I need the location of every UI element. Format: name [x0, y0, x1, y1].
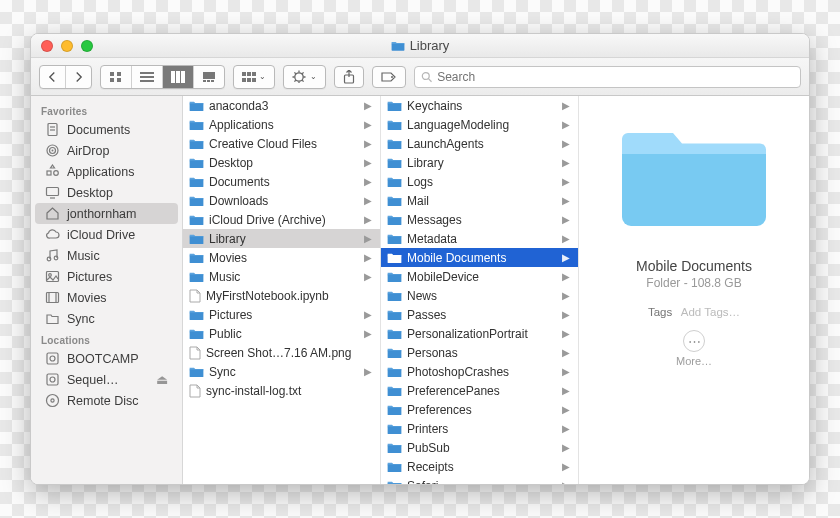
sidebar-item[interactable]: Documents	[35, 119, 178, 140]
sidebar-item[interactable]: Remote Disc	[35, 390, 178, 411]
minimize-button[interactable]	[61, 40, 73, 52]
item-label: Creative Cloud Files	[209, 137, 317, 151]
eject-icon[interactable]: ⏏	[156, 372, 168, 387]
sidebar-item[interactable]: Sync	[35, 308, 178, 329]
list-item[interactable]: sync-install-log.txt	[183, 381, 380, 400]
sidebar-item[interactable]: iCloud Drive	[35, 224, 178, 245]
action-menu[interactable]: ⌄	[283, 65, 325, 89]
sidebar-item[interactable]: Desktop	[35, 182, 178, 203]
list-item[interactable]: Keychains▶	[381, 96, 578, 115]
column-view-button[interactable]	[163, 66, 194, 88]
list-item[interactable]: PubSub▶	[381, 438, 578, 457]
item-label: Mail	[407, 194, 429, 208]
svg-rect-9	[181, 71, 185, 83]
svg-rect-6	[140, 80, 154, 82]
chevron-right-icon: ▶	[562, 195, 572, 206]
list-item[interactable]: Preferences▶	[381, 400, 578, 419]
list-item[interactable]: Public▶	[183, 324, 380, 343]
icon-view-button[interactable]	[101, 66, 132, 88]
search-field[interactable]	[414, 66, 801, 88]
list-item[interactable]: PersonalizationPortrait▶	[381, 324, 578, 343]
item-label: Mobile Documents	[407, 251, 506, 265]
item-label: Music	[209, 270, 240, 284]
list-item[interactable]: Printers▶	[381, 419, 578, 438]
list-item[interactable]: Desktop▶	[183, 153, 380, 172]
chevron-right-icon: ▶	[562, 271, 572, 282]
svg-rect-13	[211, 80, 214, 82]
sidebar-item[interactable]: Music	[35, 245, 178, 266]
chevron-right-icon: ▶	[562, 461, 572, 472]
gallery-view-button[interactable]	[194, 66, 224, 88]
list-item[interactable]: iCloud Drive (Archive)▶	[183, 210, 380, 229]
list-item[interactable]: LanguageModeling▶	[381, 115, 578, 134]
item-label: Logs	[407, 175, 433, 189]
preview-tags[interactable]: Tags Add Tags…	[648, 306, 740, 318]
chevron-right-icon: ▶	[364, 233, 374, 244]
list-item[interactable]: MyFirstNotebook.ipynb	[183, 286, 380, 305]
list-item[interactable]: Sync▶	[183, 362, 380, 381]
arrange-menu[interactable]: ⌄	[233, 65, 275, 89]
list-item[interactable]: News▶	[381, 286, 578, 305]
chevron-right-icon: ▶	[562, 480, 572, 484]
close-button[interactable]	[41, 40, 53, 52]
zoom-button[interactable]	[81, 40, 93, 52]
list-item[interactable]: Downloads▶	[183, 191, 380, 210]
sidebar-item[interactable]: Movies	[35, 287, 178, 308]
list-item[interactable]: Pictures▶	[183, 305, 380, 324]
list-item[interactable]: Library▶	[381, 153, 578, 172]
list-item[interactable]: Music▶	[183, 267, 380, 286]
sidebar-item[interactable]: AirDrop	[35, 140, 178, 161]
chevron-right-icon: ▶	[364, 328, 374, 339]
list-item[interactable]: PreferencePanes▶	[381, 381, 578, 400]
svg-point-30	[391, 76, 393, 78]
sidebar-item[interactable]: Sequel…⏏	[35, 369, 178, 390]
list-item[interactable]: Personas▶	[381, 343, 578, 362]
sidebar-item[interactable]: Applications	[35, 161, 178, 182]
sidebar-item[interactable]: BOOTCAMP	[35, 348, 178, 369]
item-label: Printers	[407, 422, 448, 436]
more-label: More…	[676, 355, 712, 367]
item-label: Documents	[209, 175, 270, 189]
list-item[interactable]: Applications▶	[183, 115, 380, 134]
list-item[interactable]: Passes▶	[381, 305, 578, 324]
list-item[interactable]: Messages▶	[381, 210, 578, 229]
forward-button[interactable]	[66, 66, 91, 88]
list-item[interactable]: MobileDevice▶	[381, 267, 578, 286]
column-2[interactable]: Keychains▶LanguageModeling▶LaunchAgents▶…	[381, 96, 579, 484]
svg-rect-50	[47, 353, 58, 364]
svg-rect-18	[247, 78, 251, 82]
svg-point-46	[49, 274, 52, 277]
chevron-right-icon: ▶	[364, 195, 374, 206]
share-button[interactable]	[334, 66, 364, 88]
list-item[interactable]: Safari▶	[381, 476, 578, 484]
chevron-right-icon: ▶	[364, 252, 374, 263]
list-item[interactable]: Screen Shot…7.16 AM.png	[183, 343, 380, 362]
chevron-right-icon: ▶	[364, 271, 374, 282]
chevron-right-icon: ▶	[364, 157, 374, 168]
svg-rect-47	[47, 293, 59, 303]
sidebar-item[interactable]: jonthornham	[35, 203, 178, 224]
item-label: Preferences	[407, 403, 472, 417]
list-view-button[interactable]	[132, 66, 163, 88]
list-item[interactable]: LaunchAgents▶	[381, 134, 578, 153]
list-item[interactable]: Mobile Documents▶	[381, 248, 578, 267]
tags-button[interactable]	[372, 66, 406, 88]
back-button[interactable]	[40, 66, 66, 88]
list-item[interactable]: PhotoshopCrashes▶	[381, 362, 578, 381]
list-item[interactable]: Mail▶	[381, 191, 578, 210]
more-button[interactable]: ⋯	[683, 330, 705, 352]
list-item[interactable]: Logs▶	[381, 172, 578, 191]
list-item[interactable]: Metadata▶	[381, 229, 578, 248]
svg-point-38	[52, 150, 54, 152]
chevron-right-icon: ▶	[562, 366, 572, 377]
search-input[interactable]	[437, 70, 794, 84]
list-item[interactable]: Creative Cloud Files▶	[183, 134, 380, 153]
sidebar-item[interactable]: Pictures	[35, 266, 178, 287]
column-1[interactable]: anaconda3▶Applications▶Creative Cloud Fi…	[183, 96, 381, 484]
list-item[interactable]: Documents▶	[183, 172, 380, 191]
list-item[interactable]: anaconda3▶	[183, 96, 380, 115]
item-label: anaconda3	[209, 99, 268, 113]
list-item[interactable]: Library▶	[183, 229, 380, 248]
list-item[interactable]: Receipts▶	[381, 457, 578, 476]
list-item[interactable]: Movies▶	[183, 248, 380, 267]
